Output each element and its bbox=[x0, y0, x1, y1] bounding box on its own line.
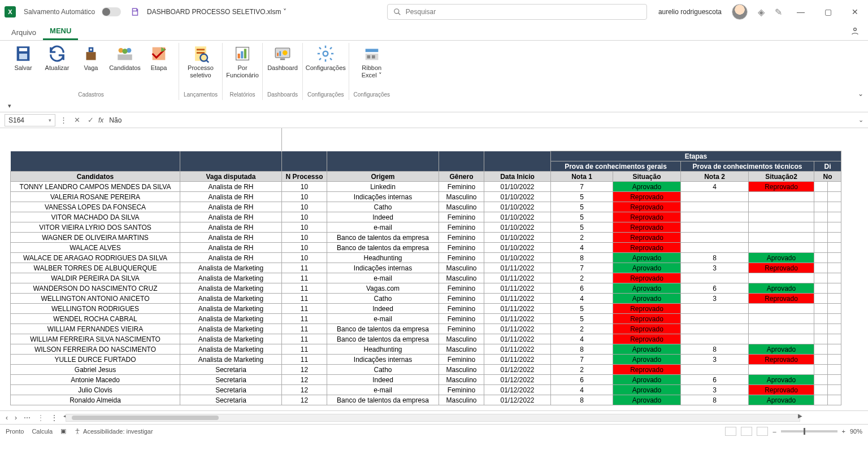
minimize-button[interactable]: — bbox=[792, 7, 809, 16]
save-icon[interactable] bbox=[130, 7, 140, 17]
sheet-options-icon[interactable]: ⋮ bbox=[51, 414, 58, 422]
header-prova1: Prova de conhecimentos gerais bbox=[551, 161, 681, 172]
svg-point-0 bbox=[394, 9, 399, 14]
ribbon-candidatos[interactable]: Candidatos bbox=[110, 43, 140, 73]
excel-icon: X bbox=[5, 6, 16, 18]
normal-view-icon[interactable] bbox=[725, 427, 736, 436]
autosave-toggle[interactable] bbox=[102, 7, 121, 16]
autosave-label: Salvamento Automático bbox=[24, 8, 95, 16]
table-row[interactable]: WILSON FERREIRA DO NASCIMENTOAnalista de… bbox=[11, 344, 841, 355]
config-icon bbox=[316, 44, 335, 63]
ribbon-config[interactable]: Configurações bbox=[310, 43, 341, 73]
worksheet-grid[interactable]: Etapas Prova de conhecimentos gerais Pro… bbox=[0, 128, 868, 410]
title-bar: X Salvamento Automático DASHBOARD PROCES… bbox=[0, 0, 868, 24]
table-row[interactable]: VITOR MACHADO DA SILVAAnalista de RH10In… bbox=[11, 212, 841, 222]
filename[interactable]: DASHBOARD PROCESSO SELETIVO.xlsm ˅ bbox=[147, 8, 287, 16]
ribbon-vaga[interactable]: Vaga bbox=[76, 43, 106, 73]
svg-point-33 bbox=[77, 429, 78, 430]
dashboard-icon bbox=[273, 44, 292, 63]
tab-file[interactable]: Arquivo bbox=[5, 25, 43, 40]
header-etapas: Etapas bbox=[551, 151, 841, 161]
ribbon-group-label: Cadastros bbox=[78, 91, 104, 100]
enter-icon[interactable]: ✓ bbox=[85, 116, 96, 124]
ribbon-porfunc[interactable]: Por Funcionário bbox=[227, 43, 258, 80]
svg-rect-31 bbox=[367, 55, 370, 59]
collapse-ribbon-icon[interactable]: ⌄ bbox=[858, 90, 863, 98]
salvar-icon bbox=[14, 44, 33, 63]
sheet-prev-icon[interactable]: ‹ bbox=[6, 414, 8, 422]
maximize-button[interactable]: ▢ bbox=[819, 7, 836, 16]
fx-icon[interactable]: fx bbox=[98, 116, 103, 124]
formula-input[interactable]: Não bbox=[106, 116, 856, 124]
avatar[interactable] bbox=[732, 4, 748, 20]
diamond-icon[interactable]: ◈ bbox=[758, 7, 765, 18]
zoom-in-icon[interactable]: + bbox=[842, 428, 845, 435]
ribbon-salvar[interactable]: Salvar bbox=[8, 43, 38, 73]
zoom-level[interactable]: 90% bbox=[850, 428, 862, 435]
table-row[interactable]: VANESSA LOPES DA FONSECAAnalista de RH10… bbox=[11, 202, 841, 212]
ribbon-group-label: Lançamentos bbox=[184, 91, 218, 100]
pagebreak-view-icon[interactable] bbox=[757, 427, 768, 436]
table-row[interactable]: Antonie MacedoSecretaria12IndeedMasculin… bbox=[11, 375, 841, 385]
candidatos-icon bbox=[115, 44, 134, 63]
status-calc: Calcula bbox=[32, 428, 53, 435]
close-button[interactable]: ✕ bbox=[847, 7, 863, 16]
horizontal-scrollbar[interactable]: ◀ ▶ bbox=[66, 414, 800, 422]
processo-icon bbox=[191, 44, 210, 63]
svg-rect-22 bbox=[244, 49, 246, 59]
table-row[interactable]: YULLE DURCE FURTADOAnalista de Marketing… bbox=[11, 355, 841, 365]
table-row[interactable]: WELLINGTON ANTONIO ANICETOAnalista de Ma… bbox=[11, 294, 841, 304]
pagelayout-view-icon[interactable] bbox=[741, 427, 752, 436]
status-bar: Pronto Calcula ▣ Acessibilidade: investi… bbox=[0, 424, 868, 438]
svg-rect-12 bbox=[118, 54, 132, 60]
status-ready: Pronto bbox=[6, 428, 24, 435]
svg-rect-5 bbox=[19, 54, 27, 59]
table-row[interactable]: VALERIA ROSANE PEREIRAAnalista de RH10In… bbox=[11, 192, 841, 202]
ribbon-processo[interactable]: Processo seletivo bbox=[185, 43, 216, 80]
cancel-icon[interactable]: ✕ bbox=[71, 116, 83, 124]
pencil-icon[interactable]: ✎ bbox=[775, 7, 782, 18]
table-row[interactable]: TONNY LEANDRO CAMPOS MENDES DA SILVAAnal… bbox=[11, 182, 841, 192]
ribbon-dashboard[interactable]: Dashboard bbox=[267, 43, 298, 73]
share-icon[interactable] bbox=[850, 26, 860, 36]
search-box[interactable]: Pesquisar bbox=[387, 4, 647, 20]
zoom-slider[interactable] bbox=[781, 430, 837, 432]
ribbon: SalvarAtualizarVagaCandidatosEtapaCadast… bbox=[0, 41, 868, 100]
sheet-next-icon[interactable]: › bbox=[15, 414, 17, 422]
macros-icon[interactable]: ▣ bbox=[60, 427, 66, 435]
svg-rect-4 bbox=[19, 48, 27, 51]
svg-point-2 bbox=[854, 28, 857, 31]
ribbon-ribbonexcel[interactable]: Ribbon Excel ˅ bbox=[357, 43, 387, 80]
table-row[interactable]: WALBER TORRES DE ALBUQUERQUEAnalista de … bbox=[11, 263, 841, 273]
table-row[interactable]: WANDERSON DO NASCIMENTO CRUZAnalista de … bbox=[11, 283, 841, 294]
table-row[interactable]: Ronaldo AlmeidaSecretaria12Banco de tale… bbox=[11, 395, 841, 405]
table-row[interactable]: WENDEL ROCHA CABRALAnalista de Marketing… bbox=[11, 314, 841, 324]
svg-point-8 bbox=[90, 49, 92, 51]
table-row[interactable]: WILLIAM FERREIRA SILVA NASCIMENTOAnalist… bbox=[11, 334, 841, 344]
expand-formula-icon[interactable]: ⌄ bbox=[858, 116, 863, 124]
accessibility-icon[interactable]: Acessibilidade: investigar bbox=[74, 428, 153, 435]
table-row[interactable]: VITOR VIEIRA LYRIO DOS SANTOSAnalista de… bbox=[11, 222, 841, 233]
dropdown-icon[interactable]: ▾ bbox=[8, 102, 11, 110]
tab-menu[interactable]: MENU bbox=[43, 23, 78, 40]
username[interactable]: aurelio rodriguescota bbox=[658, 8, 722, 16]
svg-rect-27 bbox=[280, 59, 285, 60]
table-row[interactable]: Gabriel JesusSecretaria12CathoMasculino0… bbox=[11, 365, 841, 375]
table-row[interactable]: WALACE ALVESAnalista de RH10Banco de tal… bbox=[11, 243, 841, 253]
atualizar-icon bbox=[47, 44, 67, 63]
svg-line-1 bbox=[398, 13, 401, 15]
table-row[interactable]: WELLINGTON RODRIGUESAnalista de Marketin… bbox=[11, 304, 841, 314]
table-row[interactable]: WALDIR PEREIRA DA SILVAAnalista de Marke… bbox=[11, 273, 841, 283]
table-row[interactable]: WAGNER DE OLIVEIRA MARTINSAnalista de RH… bbox=[11, 233, 841, 243]
sheet-divider: ⋮ bbox=[37, 414, 44, 422]
header-sit1: Situação bbox=[613, 172, 681, 182]
name-box[interactable]: S164▾ bbox=[5, 114, 55, 126]
ribbon-etapa[interactable]: Etapa bbox=[144, 43, 174, 73]
table-row[interactable]: Julio ClovisSecretaria12e-mailFeminino01… bbox=[11, 385, 841, 395]
porfunc-icon bbox=[233, 44, 252, 63]
sheet-more-icon[interactable]: ⋯ bbox=[24, 414, 31, 422]
ribbon-atualizar[interactable]: Atualizar bbox=[42, 43, 72, 73]
table-row[interactable]: WALACE DE ARAGAO RODRIGUES DA SILVAAnali… bbox=[11, 253, 841, 263]
zoom-out-icon[interactable]: – bbox=[772, 428, 776, 435]
table-row[interactable]: WILLIAM FERNANDES VIEIRAAnalista de Mark… bbox=[11, 324, 841, 334]
